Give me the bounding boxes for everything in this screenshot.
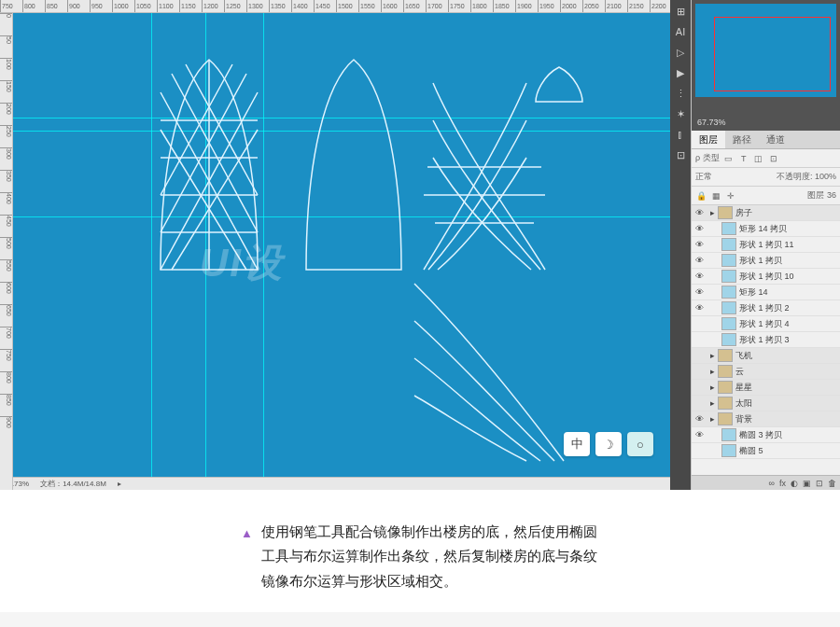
ruler-tick: 2050 (582, 0, 605, 12)
status-chevron[interactable]: ▸ (118, 480, 121, 488)
artboard[interactable]: UI设 中 ☽ ○ (13, 13, 670, 477)
expand-icon[interactable]: ▸ (710, 351, 715, 360)
layer-footer-button[interactable]: fx (779, 479, 786, 488)
layer-row[interactable]: 👁▸房子 (692, 205, 840, 221)
expand-icon[interactable]: ▸ (710, 383, 715, 392)
visibility-toggle[interactable]: 👁 (693, 430, 705, 439)
filter-adj-icon[interactable]: ◫ (753, 153, 764, 164)
visibility-toggle[interactable]: 👁 (693, 224, 705, 233)
layer-blend-row: 正常 不透明度: 100% (692, 168, 840, 187)
layer-row[interactable]: 👁▸背景 (692, 411, 840, 427)
layer-row[interactable]: 椭圆 5 (692, 443, 840, 459)
layer-footer-button[interactable]: 🗑 (828, 479, 836, 488)
panel-strip-icon[interactable]: ▷ (673, 45, 688, 60)
layer-row[interactable]: 形状 1 拷贝 3 (692, 332, 840, 348)
panel-strip-icon[interactable]: ⊡ (673, 147, 688, 162)
layer-name: 椭圆 5 (739, 445, 763, 457)
layer-row[interactable]: 👁矩形 14 拷贝 (692, 221, 840, 237)
visibility-toggle[interactable]: 👁 (693, 208, 705, 217)
panel-strip-icon[interactable]: ⫿ (673, 127, 688, 142)
ruler-tick: 800 (22, 0, 45, 12)
curve-stripes-shape[interactable] (405, 265, 573, 470)
ruler-tick: 1050 (134, 0, 157, 12)
caption-line-3: 镜像布尔运算与形状区域相交。 (261, 573, 457, 589)
layer-row[interactable]: ▸星星 (692, 380, 840, 396)
ruler-tick: 400 (0, 192, 12, 215)
layer-row[interactable]: 👁形状 1 拷贝 2 (692, 300, 840, 316)
expand-icon[interactable]: ▸ (710, 367, 715, 376)
navigator-zoom: 67.73% (697, 118, 726, 127)
panel-strip-icon[interactable]: AI (673, 24, 688, 39)
visibility-toggle[interactable]: 👁 (693, 414, 705, 424)
opacity-label[interactable]: 不透明度: 100% (777, 171, 836, 183)
panel-strip-icon[interactable]: ⋮ (673, 86, 688, 101)
blend-mode-select[interactable]: 正常 (695, 171, 712, 183)
panel-strip-icon[interactable]: ✶ (673, 106, 688, 121)
tab-channels[interactable]: 通道 (759, 131, 792, 148)
expand-icon[interactable]: ▸ (710, 208, 715, 217)
navigator-panel[interactable]: 67.73% (692, 0, 840, 131)
moon-button[interactable]: ☽ (595, 432, 622, 456)
layer-thumbnail (721, 333, 736, 346)
visibility-toggle[interactable]: 👁 (693, 256, 705, 265)
ruler-tick: 1000 (112, 0, 134, 12)
layer-row[interactable]: ▸飞机 (692, 348, 840, 364)
visibility-toggle[interactable]: 👁 (693, 240, 705, 249)
layer-row[interactable]: 👁矩形 14 (692, 285, 840, 300)
ruler-tick: 2100 (605, 0, 627, 12)
tab-paths[interactable]: 路径 (725, 131, 759, 148)
circle-button[interactable]: ○ (627, 432, 653, 456)
visibility-toggle[interactable]: 👁 (693, 287, 705, 297)
ruler-tick: 550 (0, 259, 12, 282)
layer-row[interactable]: 👁椭圆 3 拷贝 (692, 427, 840, 443)
ruler-tick: 1650 (403, 0, 426, 12)
ruler-tick: 1150 (179, 0, 202, 12)
layer-footer-button[interactable]: ∞ (769, 479, 775, 488)
layer-lock-row: 🔒 ▦ ✛ 图层 36 (692, 187, 840, 205)
panel-strip-icon[interactable]: ⊞ (673, 4, 688, 19)
layer-footer-button[interactable]: ⊡ (816, 479, 823, 488)
ruler-tick: 300 (0, 147, 12, 170)
tab-layers[interactable]: 图层 (692, 131, 725, 148)
building-outline-shape[interactable] (293, 55, 414, 279)
layer-footer-button[interactable]: ◐ (791, 479, 798, 488)
layer-footer-button[interactable]: ▣ (803, 479, 811, 488)
ruler-tick: 50 (0, 35, 12, 58)
ruler-tick: 1900 (515, 0, 538, 12)
float-controls: 中 ☽ ○ (564, 432, 653, 456)
lock-icon[interactable]: 🔒 (695, 190, 707, 202)
layer-name: 形状 1 拷贝 11 (739, 239, 794, 251)
ruler-tick: 750 (0, 0, 22, 12)
layer-thumbnail (721, 238, 736, 251)
expand-icon[interactable]: ▸ (710, 398, 715, 408)
layer-row[interactable]: 形状 1 拷贝 4 (692, 316, 840, 332)
layers-list[interactable]: 👁▸房子👁矩形 14 拷贝👁形状 1 拷贝 11👁形状 1 拷贝👁形状 1 拷贝… (692, 205, 840, 475)
panel-strip-icon[interactable]: ▶ (673, 65, 688, 80)
small-arch-shape[interactable] (531, 64, 587, 106)
navigator-viewport-frame[interactable] (714, 17, 831, 91)
lock-pixel-icon[interactable]: ▦ (710, 190, 721, 202)
status-bar: 67.73% 文档：14.4M/14.8M ▸ (0, 477, 670, 490)
filter-text-icon[interactable]: T (738, 153, 749, 164)
layer-name: 太阳 (735, 397, 752, 410)
navigator-thumbnail[interactable] (695, 4, 836, 97)
visibility-toggle[interactable]: 👁 (693, 272, 705, 281)
layer-row[interactable]: 👁形状 1 拷贝 (692, 253, 840, 269)
lock-pos-icon[interactable]: ✛ (725, 190, 736, 202)
visibility-toggle[interactable]: 👁 (693, 303, 705, 313)
layer-row[interactable]: ▸云 (692, 364, 840, 380)
layer-row[interactable]: ▸太阳 (692, 396, 840, 411)
layer-name: 云 (735, 366, 744, 378)
ruler-tick: 800 (0, 371, 12, 394)
ruler-tick: 600 (0, 282, 12, 304)
ime-button[interactable]: 中 (564, 432, 590, 456)
ruler-tick: 750 (0, 349, 12, 371)
canvas-area[interactable]: 7508008509009501000105011001150120012501… (0, 0, 670, 490)
filter-icon[interactable]: ▭ (723, 153, 735, 164)
layer-row[interactable]: 👁形状 1 拷贝 10 (692, 269, 840, 285)
expand-icon[interactable]: ▸ (710, 414, 715, 424)
layer-row[interactable]: 👁形状 1 拷贝 11 (692, 237, 840, 253)
filter-shape-icon[interactable]: ⊡ (768, 153, 779, 164)
ruler-horizontal: 7508008509009501000105011001150120012501… (0, 0, 670, 13)
ruler-tick: 250 (0, 125, 12, 147)
